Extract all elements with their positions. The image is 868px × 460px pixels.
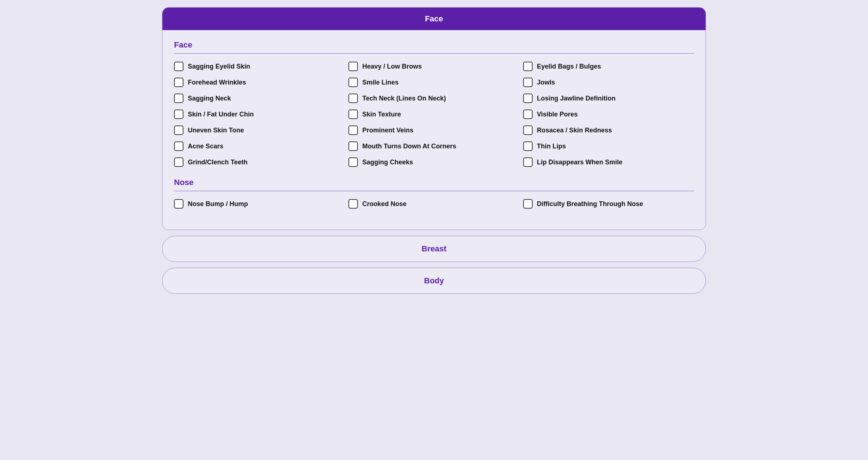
label-forehead-wrinkles: Forehead Wrinkles (188, 79, 246, 86)
checkbox-sagging-neck[interactable] (174, 94, 183, 103)
checkbox-forehead-wrinkles[interactable] (174, 78, 183, 87)
body-card[interactable]: Body (162, 268, 706, 294)
list-item: Crooked Nose (348, 199, 519, 209)
face-subsection-title: Face (174, 40, 694, 50)
label-thin-lips: Thin Lips (537, 143, 566, 150)
list-item: Smile Lines (348, 78, 519, 87)
label-tech-neck: Tech Neck (Lines On Neck) (362, 95, 446, 102)
label-crooked-nose: Crooked Nose (362, 200, 406, 208)
face-body: Face Sagging Eyelid Skin Heavy / Low Bro… (162, 30, 706, 230)
list-item: Forehead Wrinkles (174, 78, 345, 87)
checkbox-eyelid-bags[interactable] (523, 62, 533, 71)
checkbox-rosacea[interactable] (523, 126, 533, 135)
label-jowls: Jowls (537, 79, 555, 86)
face-divider (174, 53, 694, 54)
list-item: Nose Bump / Hump (174, 199, 345, 209)
label-sagging-cheeks: Sagging Cheeks (362, 159, 413, 166)
label-heavy-low-brows: Heavy / Low Brows (362, 63, 422, 70)
nose-subsection: Nose Nose Bump / Hump Crooked Nose Diffi… (174, 178, 694, 209)
checkbox-difficulty-breathing[interactable] (523, 199, 533, 209)
checkbox-skin-texture[interactable] (348, 110, 358, 119)
nose-checkbox-grid: Nose Bump / Hump Crooked Nose Difficulty… (174, 199, 694, 209)
list-item: Skin / Fat Under Chin (174, 110, 345, 119)
list-item: Heavy / Low Brows (348, 62, 519, 71)
list-item: Tech Neck (Lines On Neck) (348, 94, 519, 103)
list-item: Skin Texture (348, 110, 519, 119)
nose-divider (174, 191, 694, 191)
list-item: Rosacea / Skin Redness (523, 126, 694, 135)
face-header: Face (162, 8, 706, 30)
list-item: Eyelid Bags / Bulges (523, 62, 694, 71)
checkbox-heavy-low-brows[interactable] (348, 62, 358, 71)
checkbox-smile-lines[interactable] (348, 78, 358, 87)
checkbox-jowls[interactable] (523, 78, 533, 87)
list-item: Difficulty Breathing Through Nose (523, 199, 694, 209)
checkbox-nose-bump[interactable] (174, 199, 183, 209)
label-sagging-eyelid: Sagging Eyelid Skin (188, 63, 250, 70)
checkbox-mouth-turns-down[interactable] (348, 141, 358, 151)
list-item: Sagging Neck (174, 94, 345, 103)
label-uneven-skin-tone: Uneven Skin Tone (188, 127, 244, 134)
label-acne-scars: Acne Scars (188, 143, 223, 150)
list-item: Sagging Cheeks (348, 157, 519, 167)
checkbox-grind-clench[interactable] (174, 157, 183, 167)
label-difficulty-breathing: Difficulty Breathing Through Nose (537, 200, 643, 208)
checkbox-uneven-skin-tone[interactable] (174, 126, 183, 135)
label-sagging-neck: Sagging Neck (188, 95, 231, 102)
list-item: Sagging Eyelid Skin (174, 62, 345, 71)
list-item: Visible Pores (523, 110, 694, 119)
list-item: Grind/Clench Teeth (174, 157, 345, 167)
list-item: Lip Disappears When Smile (523, 157, 694, 167)
list-item: Thin Lips (523, 141, 694, 151)
checkbox-acne-scars[interactable] (174, 141, 183, 151)
checkbox-sagging-cheeks[interactable] (348, 157, 358, 167)
face-checkbox-grid: Sagging Eyelid Skin Heavy / Low Brows Ey… (174, 62, 694, 167)
list-item: Jowls (523, 78, 694, 87)
nose-subsection-title: Nose (174, 178, 694, 187)
checkbox-lip-disappears[interactable] (523, 157, 533, 167)
checkbox-prominent-veins[interactable] (348, 126, 358, 135)
list-item: Prominent Veins (348, 126, 519, 135)
checkbox-skin-fat-chin[interactable] (174, 110, 183, 119)
label-skin-fat-chin: Skin / Fat Under Chin (188, 111, 254, 118)
checkbox-tech-neck[interactable] (348, 94, 358, 103)
label-nose-bump: Nose Bump / Hump (188, 200, 248, 208)
body-card-title: Body (424, 276, 444, 285)
label-lip-disappears: Lip Disappears When Smile (537, 159, 623, 166)
breast-card-title: Breast (422, 244, 446, 253)
label-prominent-veins: Prominent Veins (362, 127, 413, 134)
list-item: Uneven Skin Tone (174, 126, 345, 135)
face-subsection: Face Sagging Eyelid Skin Heavy / Low Bro… (174, 40, 694, 167)
list-item: Acne Scars (174, 141, 345, 151)
checkbox-sagging-eyelid[interactable] (174, 62, 183, 71)
label-smile-lines: Smile Lines (362, 79, 398, 86)
checkbox-thin-lips[interactable] (523, 141, 533, 151)
list-item: Mouth Turns Down At Corners (348, 141, 519, 151)
label-eyelid-bags: Eyelid Bags / Bulges (537, 63, 601, 70)
checkbox-crooked-nose[interactable] (348, 199, 358, 209)
label-visible-pores: Visible Pores (537, 111, 578, 118)
checkbox-visible-pores[interactable] (523, 110, 533, 119)
list-item: Losing Jawline Definition (523, 94, 694, 103)
label-skin-texture: Skin Texture (362, 111, 401, 118)
checkbox-losing-jawline[interactable] (523, 94, 533, 103)
label-grind-clench: Grind/Clench Teeth (188, 159, 248, 166)
face-card: Face Face Sagging Eyelid Skin Heavy / Lo… (162, 7, 706, 230)
page-wrapper: Face Face Sagging Eyelid Skin Heavy / Lo… (162, 7, 706, 294)
face-header-title: Face (425, 14, 443, 23)
label-losing-jawline: Losing Jawline Definition (537, 95, 616, 102)
label-mouth-turns-down: Mouth Turns Down At Corners (362, 143, 456, 150)
label-rosacea: Rosacea / Skin Redness (537, 127, 612, 134)
breast-card[interactable]: Breast (162, 236, 706, 262)
